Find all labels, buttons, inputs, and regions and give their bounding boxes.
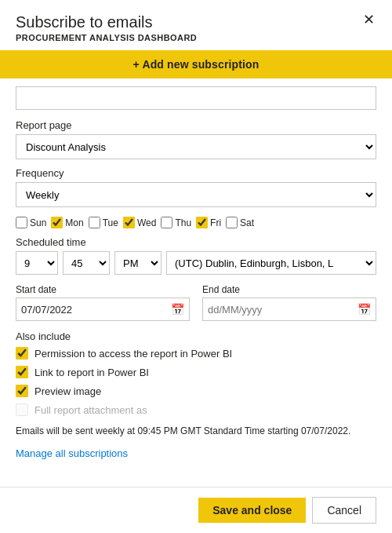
day-sun-label: Sun [30, 217, 46, 228]
email-input[interactable] [16, 86, 376, 110]
add-subscription-bar[interactable]: + Add new subscription [0, 50, 392, 78]
scheduled-time-row: 1234 5678 9101112 00153045 AMPM (UTC) Du… [16, 251, 376, 275]
checkbox-attachment-label: Full report attachment as [34, 404, 147, 416]
day-wed-checkbox[interactable] [123, 217, 135, 228]
dialog-header: Subscribe to emails PROCUREMENT ANALYSIS… [0, 0, 392, 50]
day-thu-label: Thu [175, 217, 191, 228]
day-sat-checkbox[interactable] [226, 217, 238, 228]
content-area: Report page Discount Analysis Overview S… [0, 78, 392, 487]
day-mon: Mon [51, 217, 83, 228]
hour-select[interactable]: 1234 5678 9101112 [16, 251, 58, 275]
end-date-group: End date 📅 [202, 284, 376, 321]
day-mon-checkbox[interactable] [51, 217, 63, 228]
email-input-wrapper [16, 86, 376, 110]
save-and-close-button[interactable]: Save and close [198, 498, 306, 523]
day-sun: Sun [16, 217, 46, 228]
checkbox-preview-input[interactable] [16, 385, 28, 397]
start-date-wrapper: 📅 [16, 298, 190, 321]
end-date-wrapper: 📅 [202, 298, 376, 321]
minute-select[interactable]: 00153045 [63, 251, 110, 275]
report-page-label: Report page [16, 119, 376, 131]
also-include-label: Also include [16, 330, 376, 342]
day-tue-label: Tue [103, 217, 118, 228]
dates-row: Start date 📅 End date 📅 [16, 284, 376, 321]
start-date-label: Start date [16, 284, 190, 295]
scheduled-time-label: Scheduled time [16, 236, 376, 248]
report-page-select[interactable]: Discount Analysis Overview Spend Analysi… [16, 134, 376, 159]
timezone-select[interactable]: (UTC) Dublin, Edinburgh, Lisbon, L (UTC)… [166, 251, 376, 275]
checkbox-link: Link to report in Power BI [16, 366, 376, 378]
checkbox-link-input[interactable] [16, 366, 28, 378]
day-fri-label: Fri [210, 217, 221, 228]
cancel-button[interactable]: Cancel [312, 497, 376, 524]
day-fri: Fri [196, 217, 221, 228]
day-tue-checkbox[interactable] [89, 217, 100, 228]
end-date-input[interactable] [208, 304, 358, 316]
frequency-select[interactable]: Daily Weekly Monthly [16, 182, 376, 207]
period-select[interactable]: AMPM [114, 251, 162, 275]
dialog-subtitle: PROCUREMENT ANALYSIS DASHBOARD [16, 33, 376, 42]
dialog-footer: Save and close Cancel [0, 487, 392, 533]
summary-text: Emails will be sent weekly at 09:45 PM G… [16, 424, 376, 438]
checkbox-permission-input[interactable] [16, 347, 28, 360]
day-fri-checkbox[interactable] [196, 217, 208, 228]
checkbox-permission-label[interactable]: Permission to access the report in Power… [34, 348, 232, 360]
end-date-label: End date [202, 284, 376, 295]
manage-subscriptions-link[interactable]: Manage all subscriptions [16, 447, 128, 459]
day-thu-checkbox[interactable] [161, 217, 172, 228]
day-thu: Thu [161, 217, 191, 228]
start-date-calendar-icon[interactable]: 📅 [171, 303, 184, 316]
day-tue: Tue [89, 217, 118, 228]
checkbox-link-label[interactable]: Link to report in Power BI [34, 367, 149, 378]
checkbox-permission: Permission to access the report in Power… [16, 347, 376, 360]
end-date-calendar-icon[interactable]: 📅 [358, 303, 371, 316]
checkbox-attachment-input[interactable] [16, 403, 28, 416]
day-sun-checkbox[interactable] [16, 217, 27, 228]
close-button[interactable]: ✕ [358, 11, 379, 28]
day-sat-label: Sat [240, 217, 254, 228]
checkbox-attachment: Full report attachment as [16, 403, 376, 416]
subscribe-dialog: Subscribe to emails PROCUREMENT ANALYSIS… [0, 0, 392, 533]
start-date-input[interactable] [21, 304, 171, 316]
checkbox-preview-label[interactable]: Preview image [34, 385, 101, 397]
frequency-label: Frequency [16, 167, 376, 179]
start-date-group: Start date 📅 [16, 284, 190, 321]
dialog-title: Subscribe to emails [16, 13, 376, 31]
day-wed: Wed [123, 217, 156, 228]
day-wed-label: Wed [137, 217, 156, 228]
day-sat: Sat [226, 217, 254, 228]
day-mon-label: Mon [65, 217, 83, 228]
checkbox-preview: Preview image [16, 385, 376, 397]
days-row: Sun Mon Tue Wed Thu Fri [16, 217, 376, 228]
